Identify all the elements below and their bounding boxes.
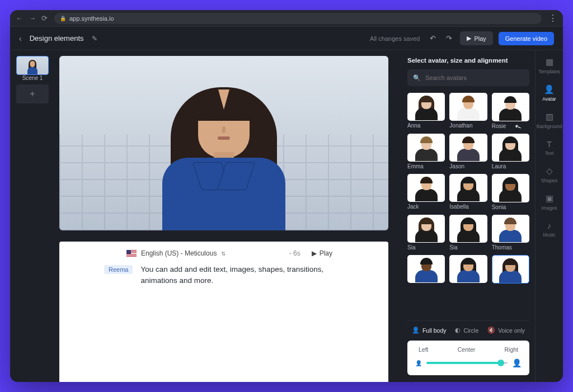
avatar-card[interactable]: Isabella bbox=[449, 174, 487, 210]
avatar-card[interactable]: Sia bbox=[449, 215, 487, 251]
avatar-on-canvas[interactable] bbox=[157, 74, 291, 230]
tool-label: Templates bbox=[538, 69, 560, 74]
tab-voice-only[interactable]: 🔇 Voice only bbox=[487, 327, 525, 334]
redo-icon[interactable]: ↷ bbox=[444, 34, 454, 42]
pencil-icon[interactable]: ✎ bbox=[92, 35, 97, 42]
avatar-name: Laura bbox=[492, 163, 529, 169]
generate-video-button[interactable]: Generate video bbox=[499, 32, 554, 45]
tool-label: Shapes bbox=[541, 178, 557, 183]
back-chevron-icon[interactable]: ‹ bbox=[19, 34, 22, 43]
scenes-sidebar: Scene 1 + bbox=[10, 50, 55, 382]
templates-icon: ▦ bbox=[546, 57, 553, 67]
text-icon: T bbox=[547, 139, 552, 149]
undo-icon[interactable]: ↶ bbox=[428, 34, 438, 42]
avatar-name: Jack bbox=[407, 204, 445, 210]
size-alignment-card: Left Center Right 👤 👤 bbox=[407, 341, 529, 375]
avatar-name: Thomas bbox=[492, 244, 529, 251]
nav-reload-icon[interactable]: ⟳ bbox=[41, 14, 48, 22]
person-large-icon: 👤 bbox=[512, 358, 522, 367]
avatar-card[interactable] bbox=[492, 255, 529, 285]
align-right-option[interactable]: Right bbox=[504, 346, 518, 353]
lock-icon: 🔒 bbox=[60, 16, 66, 21]
shapes-icon: ◇ bbox=[546, 166, 553, 176]
avatar-card[interactable]: Jason bbox=[449, 134, 487, 170]
circle-icon: ◐ bbox=[455, 327, 461, 334]
images-icon: ▣ bbox=[546, 193, 553, 204]
voice-icon: 🔇 bbox=[487, 327, 495, 334]
tab-full-body[interactable]: 👤 Full body bbox=[412, 327, 447, 334]
tool-music[interactable]: ♪ Music bbox=[543, 221, 555, 238]
avatar-icon: 👤 bbox=[544, 84, 555, 95]
view-mode-tabs: 👤 Full body ◐ Circle 🔇 Voice only bbox=[407, 320, 529, 337]
script-panel: English (US) - Meticulous ⇅ - 6s ▶ Play bbox=[59, 242, 388, 382]
url-text: app.synthesia.io bbox=[69, 15, 114, 22]
avatar-name: Anna bbox=[407, 122, 445, 129]
url-bar[interactable]: 🔒 app.synthesia.io bbox=[54, 13, 542, 24]
avatar-card[interactable]: Laura bbox=[492, 134, 529, 170]
tool-shapes[interactable]: ◇ Shapes bbox=[541, 166, 557, 183]
avatar-name: Emma bbox=[407, 163, 445, 169]
play-button[interactable]: ▶ Play bbox=[460, 31, 492, 45]
play-icon: ▶ bbox=[312, 249, 317, 257]
editor-center: English (US) - Meticulous ⇅ - 6s ▶ Play bbox=[55, 50, 402, 382]
avatar-card[interactable] bbox=[407, 255, 445, 285]
page-title: Design elements bbox=[30, 34, 84, 42]
search-icon: 🔍 bbox=[413, 74, 421, 82]
search-input[interactable] bbox=[425, 74, 524, 81]
speaker-tag[interactable]: Reema bbox=[104, 265, 133, 274]
chevron-updown-icon: ⇅ bbox=[221, 251, 226, 257]
browser-menu-icon[interactable]: ⋮ bbox=[548, 13, 557, 23]
avatar-card[interactable]: Sia bbox=[407, 215, 445, 251]
tool-templates[interactable]: ▦ Templates bbox=[538, 57, 560, 74]
scene-label: Scene 1 bbox=[16, 75, 49, 81]
tool-label: Text bbox=[545, 150, 554, 156]
tab-circle[interactable]: ◐ Circle bbox=[455, 327, 478, 334]
avatar-card[interactable]: Anna bbox=[407, 93, 445, 129]
avatar-card[interactable]: Jack bbox=[407, 174, 445, 210]
tool-avatar[interactable]: 👤 Avatar bbox=[542, 84, 556, 102]
avatar-card[interactable]: Emma bbox=[407, 134, 445, 170]
tool-images[interactable]: ▣ Images bbox=[542, 193, 557, 211]
flag-us-icon bbox=[126, 250, 137, 257]
avatar-name: Rosie bbox=[492, 123, 529, 129]
align-left-option[interactable]: Left bbox=[419, 346, 429, 353]
tool-text[interactable]: T Text bbox=[545, 139, 554, 156]
align-center-option[interactable]: Center bbox=[458, 346, 476, 353]
play-script-button[interactable]: ▶ Play bbox=[312, 249, 332, 257]
avatar-name: Sia bbox=[449, 244, 487, 251]
avatar-name: Sonia bbox=[492, 204, 529, 210]
background-icon: ▨ bbox=[546, 112, 553, 122]
slider-thumb[interactable] bbox=[497, 360, 504, 366]
scene-thumbnail[interactable] bbox=[16, 56, 49, 75]
avatar-card[interactable]: Rosie bbox=[492, 93, 529, 129]
tool-label: Images bbox=[542, 205, 557, 211]
save-status: All changes saved bbox=[370, 35, 420, 42]
person-small-icon: 👤 bbox=[415, 360, 422, 366]
size-slider[interactable]: 👤 👤 bbox=[415, 358, 522, 367]
add-scene-button[interactable]: + bbox=[16, 84, 49, 103]
avatar-panel: Select avatar, size and alignment 🔍 Anna bbox=[402, 50, 535, 382]
avatar-name: Jonathan bbox=[449, 122, 487, 129]
nav-forward-icon[interactable]: → bbox=[29, 14, 36, 22]
script-duration: - 6s bbox=[289, 249, 300, 257]
avatar-card[interactable] bbox=[449, 255, 487, 285]
tool-label: Music bbox=[543, 232, 555, 238]
avatar-name: Isabella bbox=[449, 204, 487, 210]
music-icon: ♪ bbox=[547, 221, 552, 230]
tool-rail: ▦ Templates 👤 Avatar ▨ Background T Text… bbox=[535, 50, 563, 382]
nav-back-icon[interactable]: ← bbox=[16, 14, 23, 22]
avatar-card[interactable]: Thomas bbox=[492, 215, 529, 251]
person-icon: 👤 bbox=[412, 327, 420, 334]
video-canvas[interactable] bbox=[59, 56, 388, 230]
avatar-card[interactable]: Jonathan bbox=[449, 93, 487, 129]
panel-title: Select avatar, size and alignment bbox=[407, 57, 529, 64]
language-selector[interactable]: English (US) - Meticulous ⇅ bbox=[126, 249, 226, 257]
avatar-name: Jason bbox=[449, 163, 487, 169]
avatar-search[interactable]: 🔍 bbox=[407, 69, 529, 86]
tool-label: Avatar bbox=[542, 96, 556, 102]
tool-background[interactable]: ▨ Background bbox=[537, 112, 562, 129]
script-text[interactable]: You can add and edit text, images, shape… bbox=[140, 264, 327, 286]
avatar-card[interactable]: Sonia bbox=[492, 174, 529, 210]
slider-track[interactable] bbox=[426, 362, 508, 364]
app-header: ‹ Design elements ✎ All changes saved ↶ … bbox=[10, 27, 563, 50]
